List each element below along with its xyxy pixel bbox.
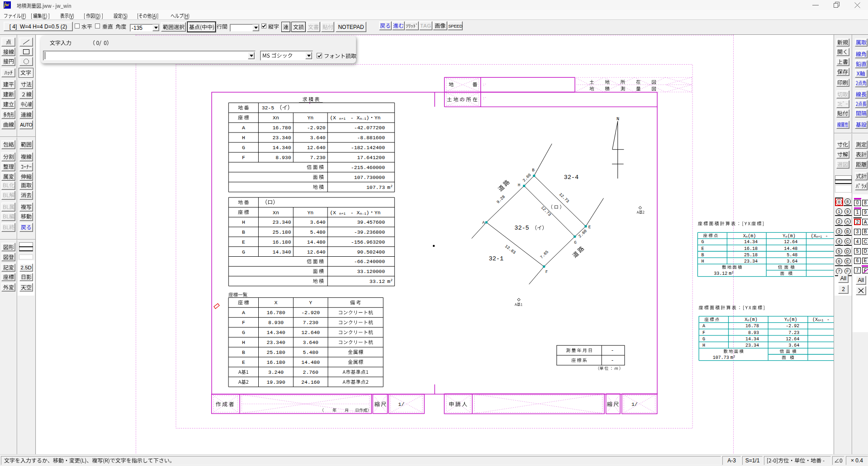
svg-text:14.34: 14.34: [744, 240, 758, 245]
svg-text:Yn: Yn: [375, 115, 381, 121]
svg-text:2: 2: [391, 278, 393, 282]
svg-text:5.480: 5.480: [310, 230, 326, 235]
svg-text:23.34: 23.34: [745, 343, 759, 348]
svg-text:8.93: 8.93: [748, 330, 759, 335]
svg-text:1/: 1/: [398, 402, 404, 407]
svg-text:- X: - X: [347, 115, 360, 121]
svg-text:12.64: 12.64: [786, 337, 799, 342]
svg-text:H: H: [242, 340, 245, 345]
svg-text:2: 2: [733, 355, 735, 358]
svg-text:7.230: 7.230: [303, 320, 318, 325]
svg-text:14.34: 14.34: [745, 337, 759, 342]
svg-text:12.640: 12.640: [301, 330, 320, 335]
svg-text:H: H: [702, 343, 705, 348]
svg-text:- X: - X: [347, 210, 360, 216]
svg-text:(m): (m): [749, 317, 758, 322]
svg-text:3.640: 3.640: [310, 220, 326, 225]
svg-text:n+1: n+1: [339, 212, 346, 216]
svg-text:32-4: 32-4: [564, 174, 579, 181]
svg-text:(m): (m): [787, 234, 796, 239]
svg-text:-: -: [611, 358, 614, 363]
svg-text:1/: 1/: [631, 402, 638, 407]
svg-text:14.480: 14.480: [307, 240, 326, 245]
svg-text:Yn: Yn: [375, 210, 381, 216]
svg-text:m: m: [730, 355, 733, 360]
svg-text:-8.881600: -8.881600: [357, 135, 385, 141]
svg-text:-2.920: -2.920: [307, 125, 326, 131]
svg-text:2: 2: [391, 184, 393, 188]
svg-text:G: G: [702, 337, 705, 342]
svg-text:m: m: [387, 279, 390, 284]
svg-text:2.60: 2.60: [578, 229, 588, 239]
svg-text:12.73: 12.73: [558, 192, 570, 204]
svg-text:12.64: 12.64: [784, 240, 797, 245]
svg-text:-39.236800: -39.236800: [354, 230, 385, 235]
svg-text:Y: Y: [309, 300, 312, 306]
svg-text:F: F: [242, 155, 245, 160]
svg-text:25.180: 25.180: [266, 350, 285, 355]
svg-text:Xn: Xn: [273, 115, 279, 121]
svg-text:E: E: [588, 225, 591, 230]
svg-text:90.502400: 90.502400: [357, 249, 385, 255]
svg-text:F: F: [702, 330, 705, 335]
svg-text:23.340: 23.340: [272, 135, 291, 141]
svg-text:2: 2: [732, 271, 734, 274]
svg-text:17.641200: 17.641200: [357, 155, 385, 160]
svg-text:33.120000: 33.120000: [357, 269, 385, 274]
svg-text:n+1: n+1: [818, 319, 824, 322]
svg-text:-: -: [611, 348, 614, 353]
svg-text:16.180: 16.180: [272, 240, 291, 245]
svg-text:A: A: [242, 310, 245, 315]
svg-text:G: G: [701, 240, 704, 245]
svg-text:8.930: 8.930: [268, 320, 284, 325]
svg-text:3.640: 3.640: [310, 135, 326, 141]
svg-text:G: G: [242, 145, 245, 151]
svg-text:107.73: 107.73: [366, 185, 385, 190]
svg-text:3.64: 3.64: [787, 259, 797, 264]
svg-text:25.18: 25.18: [744, 253, 758, 258]
svg-text:23.340: 23.340: [266, 340, 285, 345]
svg-text:3.640: 3.640: [303, 340, 318, 345]
svg-text:n+1: n+1: [339, 117, 346, 121]
svg-text:B: B: [532, 168, 535, 173]
svg-text:5.48: 5.48: [787, 253, 797, 258]
svg-text:F: F: [242, 320, 245, 325]
svg-text:-182.142400: -182.142400: [351, 145, 385, 151]
svg-text:32-1: 32-1: [489, 255, 503, 262]
svg-text:Yn: Yn: [307, 115, 313, 121]
svg-text:33.12: 33.12: [714, 271, 727, 276]
svg-text:7.65: 7.65: [540, 250, 550, 260]
svg-text:2.60: 2.60: [522, 173, 532, 183]
svg-text:n-1: n-1: [360, 117, 367, 121]
svg-text:H: H: [518, 183, 520, 188]
svg-text:): ): [366, 115, 370, 121]
svg-text:2.760: 2.760: [303, 370, 318, 375]
svg-text:12.83: 12.83: [504, 244, 517, 255]
svg-text:5.480: 5.480: [303, 350, 318, 355]
svg-text:F: F: [545, 270, 548, 274]
svg-text:E: E: [242, 240, 245, 245]
svg-text:16.780: 16.780: [266, 310, 285, 315]
svg-text:12.640: 12.640: [307, 145, 326, 151]
svg-text:(m): (m): [789, 317, 797, 322]
svg-text:16.18: 16.18: [744, 246, 758, 251]
svg-text:-215.460000: -215.460000: [351, 165, 385, 170]
svg-text:33.12: 33.12: [370, 279, 385, 284]
svg-text:16.780: 16.780: [272, 125, 291, 131]
svg-text:H: H: [242, 135, 245, 141]
svg-text:-2.92: -2.92: [786, 324, 799, 329]
svg-text:X: X: [275, 300, 278, 306]
svg-text:32-5: 32-5: [262, 105, 275, 111]
svg-text:G: G: [242, 330, 245, 335]
svg-text:(X: (X: [330, 210, 336, 216]
svg-text:A: A: [482, 221, 485, 225]
svg-text:8.930: 8.930: [275, 155, 291, 160]
svg-text:(m): (m): [748, 234, 756, 239]
svg-text:(X: (X: [811, 234, 816, 239]
svg-text:-66.240000: -66.240000: [354, 259, 385, 264]
svg-text:B: B: [242, 230, 245, 235]
svg-text:7.23: 7.23: [788, 330, 799, 335]
svg-text:H: H: [701, 259, 704, 264]
svg-text:N: N: [617, 117, 619, 122]
svg-text:-: -: [823, 234, 828, 239]
